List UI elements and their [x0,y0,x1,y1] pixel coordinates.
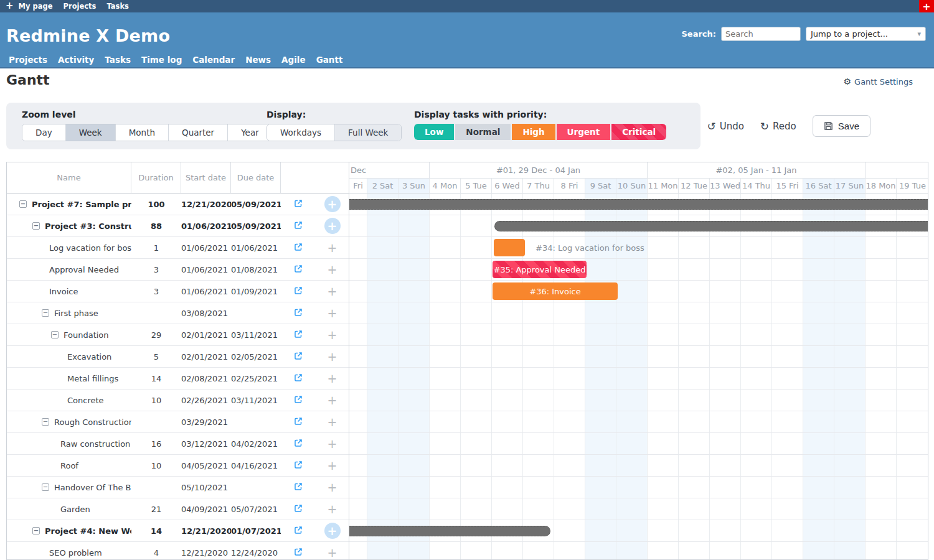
collapse-toggle-icon[interactable]: − [42,418,49,426]
external-link-icon[interactable] [293,503,303,515]
jump-to-project-select[interactable]: Jump to a project... ▾ [806,27,926,41]
collapse-toggle-icon[interactable]: − [42,483,49,491]
task-bar[interactable]: #35: Approval Needed [493,261,587,278]
topbar-link-my-page[interactable]: My page [19,2,53,11]
zoom-option-year[interactable]: Year [228,124,272,141]
start-date-cell: 01/06/2021 [181,222,231,231]
add-subtask-icon[interactable]: + [328,263,337,276]
nav-item-tasks[interactable]: Tasks [105,55,131,65]
search-input[interactable] [721,27,801,41]
external-link-icon[interactable] [293,329,303,341]
table-row[interactable]: Excavation502/01/202102/05/2021+ [7,346,349,368]
redmine-x-plus-icon[interactable]: + [919,0,934,12]
add-subtask-icon[interactable]: + [328,328,337,342]
topbar-link-tasks[interactable]: Tasks [106,2,128,11]
quick-create-icon[interactable]: + [0,0,19,12]
column-header-due-date: Due date [231,162,281,193]
project-bar[interactable] [349,199,928,210]
priority-critical[interactable]: Critical [611,124,666,140]
nav-item-news[interactable]: News [245,55,271,65]
display-option-workdays[interactable]: Workdays [267,124,335,141]
table-row[interactable]: −Project #7: Sample project10012/21/2020… [7,194,349,215]
add-subtask-icon[interactable]: + [324,196,341,212]
add-subtask-icon[interactable]: + [328,437,337,450]
add-subtask-icon[interactable]: + [328,284,337,298]
add-subtask-icon[interactable]: + [328,459,337,472]
collapse-toggle-icon[interactable]: − [32,222,40,230]
collapse-toggle-icon[interactable]: − [51,331,59,338]
external-link-icon[interactable] [293,242,303,254]
add-subtask-icon[interactable]: + [328,502,337,516]
task-bar[interactable] [494,239,525,256]
table-row[interactable]: −Handover Of The Building05/10/2021+ [7,477,349,498]
external-link-icon[interactable] [293,525,303,537]
project-bar[interactable] [494,221,928,231]
external-link-icon[interactable] [293,460,303,472]
add-subtask-icon[interactable]: + [328,393,337,407]
external-link-icon[interactable] [293,394,303,406]
add-subtask-icon[interactable]: + [328,415,337,429]
external-link-icon[interactable] [293,198,303,210]
nav-item-gantt[interactable]: Gantt [316,55,343,65]
table-row[interactable]: −Project #4: New Website1412/21/202001/0… [7,520,349,542]
external-link-icon[interactable] [293,264,303,276]
priority-high[interactable]: High [512,124,555,140]
table-row[interactable]: Invoice301/06/202101/09/2021+ [7,281,349,302]
external-link-icon[interactable] [293,482,303,493]
external-link-icon[interactable] [293,373,303,385]
priority-low[interactable]: Low [414,124,454,140]
zoom-option-quarter[interactable]: Quarter [169,124,228,141]
external-link-icon[interactable] [293,438,303,450]
table-row[interactable]: Metal fillings1402/08/202102/25/2021+ [7,368,349,390]
priority-urgent[interactable]: Urgent [557,124,611,140]
add-subtask-icon[interactable]: + [324,218,341,234]
nav-item-calendar[interactable]: Calendar [192,55,235,65]
zoom-option-month[interactable]: Month [116,124,169,141]
table-row[interactable]: −Project #3: Construction8801/06/202105/… [7,215,349,237]
duration-cell: 10 [131,396,181,405]
collapse-toggle-icon[interactable]: − [19,200,27,208]
external-link-icon[interactable] [293,416,303,428]
project-bar[interactable] [349,526,550,536]
redo-button[interactable]: ↻ Redo [760,120,796,133]
task-bar[interactable]: #36: Invoice [493,282,618,300]
table-row[interactable]: −Foundation2902/01/202103/11/2021+ [7,324,349,346]
table-row[interactable]: Garden2104/09/202105/07/2021+ [7,498,349,520]
add-subtask-icon[interactable]: + [328,350,337,363]
add-subtask-icon[interactable]: + [328,480,337,494]
external-link-icon[interactable] [293,307,303,319]
add-subtask-icon[interactable]: + [328,546,337,559]
zoom-option-week[interactable]: Week [66,124,116,141]
external-link-icon[interactable] [293,220,303,232]
table-row[interactable]: Roof1004/05/202104/16/2021+ [7,455,349,477]
nav-item-projects[interactable]: Projects [9,55,47,65]
undo-button[interactable]: ↺ Undo [707,120,743,133]
display-option-full-week[interactable]: Full Week [335,124,401,141]
timeline-day-cell: 12 Tue [679,179,710,194]
table-row[interactable]: Log vacation for boss101/06/202101/06/20… [7,237,349,259]
nav-item-time-log[interactable]: Time log [141,55,182,65]
table-row[interactable]: Approval Needed301/06/202101/08/2021+ [7,259,349,281]
zoom-option-day[interactable]: Day [22,124,66,141]
topbar-link-projects[interactable]: Projects [64,2,97,11]
table-row[interactable]: −Rough Construction03/29/2021+ [7,411,349,433]
external-link-icon[interactable] [293,351,303,363]
add-subtask-icon[interactable]: + [328,241,337,254]
table-row[interactable]: Concrete1002/26/202103/11/2021+ [7,390,349,411]
external-link-icon[interactable] [293,547,303,559]
nav-item-activity[interactable]: Activity [58,55,94,65]
page-head: Gantt ⚙ Gantt Settings [0,70,934,98]
save-button[interactable]: Save [813,115,870,137]
add-subtask-icon[interactable]: + [328,306,337,320]
collapse-toggle-icon[interactable]: − [32,527,40,534]
table-row[interactable]: −First phase03/08/2021+ [7,302,349,324]
add-subtask-icon[interactable]: + [324,523,341,539]
collapse-toggle-icon[interactable]: − [42,309,49,317]
priority-normal[interactable]: Normal [455,124,511,140]
gantt-settings-link[interactable]: ⚙ Gantt Settings [844,77,913,86]
table-row[interactable]: SEO problem412/21/202012/24/2020+ [7,542,349,560]
external-link-icon[interactable] [293,286,303,297]
table-row[interactable]: Raw construction1603/12/202104/02/2021+ [7,433,349,455]
add-subtask-icon[interactable]: + [328,371,337,385]
nav-item-agile[interactable]: Agile [281,55,306,65]
